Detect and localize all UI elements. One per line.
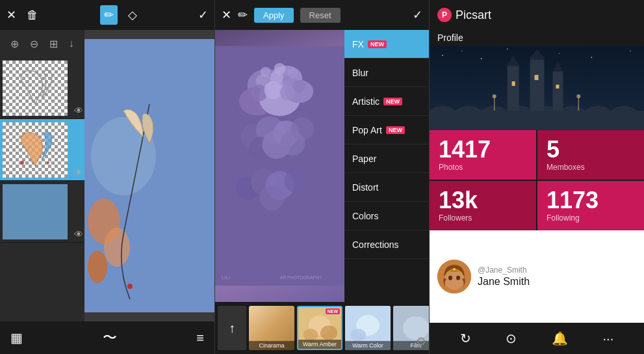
feather-color-svg <box>9 127 61 172</box>
memboxes-count: 5 <box>547 138 635 161</box>
filmstrip-item-warm-amber[interactable]: NEW Warm Amber <box>297 306 342 350</box>
svg-point-5 <box>104 228 130 267</box>
svg-rect-56 <box>508 65 519 111</box>
svg-rect-58 <box>530 59 545 111</box>
close-icon[interactable]: ✕ <box>222 8 231 22</box>
layer-row[interactable]: 👁 <box>0 57 84 119</box>
menu-item-blur[interactable]: Blur <box>344 59 429 87</box>
effects-panel: ✕ ✏ Apply Reset ✓ <box>214 0 429 354</box>
svg-point-34 <box>284 169 307 193</box>
reset-button[interactable]: Reset <box>300 8 341 23</box>
layer-row[interactable]: 👁 <box>0 119 84 181</box>
svg-point-51 <box>507 48 508 49</box>
svg-text:LILI: LILI <box>222 275 230 280</box>
panel1-toolbar: ✕ 🗑 ✏ ◇ ✓ <box>0 0 214 30</box>
svg-point-21 <box>261 67 271 77</box>
photos-count: 1417 <box>439 138 527 161</box>
picsart-logo: P Picsart <box>437 8 491 22</box>
layer-thumbnail <box>3 184 68 239</box>
upload-button[interactable]: ↑ <box>218 306 246 350</box>
svg-text:AR PHOTOGRAPHY: AR PHOTOGRAPHY <box>280 275 323 280</box>
layer-row[interactable]: 👁 <box>0 181 84 243</box>
check-icon[interactable]: ✓ <box>198 8 208 22</box>
layer-visibility-icon[interactable]: 👁 <box>74 167 83 178</box>
strip-label: Cinarama <box>249 341 294 350</box>
hydrangea-svg: LILI AR PHOTOGRAPHY <box>215 30 344 302</box>
layer-editor-panel: ✕ 🗑 ✏ ◇ ✓ ⊕ ⊖ ⊞ ↓ <box>0 0 214 354</box>
curve-icon[interactable]: 〜 <box>103 328 117 347</box>
picsart-header: P Picsart <box>430 0 644 30</box>
svg-rect-64 <box>556 85 559 88</box>
menu-item-colors[interactable]: Colors <box>344 202 429 230</box>
brush-icon[interactable]: ✏ <box>238 8 248 22</box>
menu-item-pop-art[interactable]: Pop Art NEW <box>344 116 429 144</box>
svg-point-54 <box>630 50 630 51</box>
layer-visibility-icon[interactable]: 👁 <box>74 229 83 239</box>
user-avatar <box>437 260 471 293</box>
duplicate-layer-icon[interactable]: ⊞ <box>49 38 58 50</box>
following-count: 1173 <box>547 189 635 212</box>
svg-point-50 <box>481 58 482 59</box>
layer-visibility-icon[interactable]: 👁 <box>74 105 83 116</box>
feather-sketch-svg <box>9 65 61 111</box>
svg-point-18 <box>264 81 283 100</box>
svg-point-52 <box>559 53 560 54</box>
svg-point-44 <box>350 329 366 342</box>
menu-item-artistic[interactable]: Artistic NEW <box>344 87 429 116</box>
menu-item-corrections[interactable]: Corrections <box>344 230 429 259</box>
eraser-icon[interactable]: ◇ <box>128 8 137 22</box>
svg-point-0 <box>20 161 24 165</box>
svg-rect-63 <box>535 75 539 80</box>
svg-point-7 <box>127 284 133 289</box>
castle-svg <box>430 46 644 130</box>
check-icon[interactable]: ✓ <box>413 8 422 22</box>
add-layer-icon[interactable]: ⊕ <box>10 38 19 50</box>
svg-rect-67 <box>515 62 518 66</box>
menu-item-fx[interactable]: FX NEW <box>344 30 429 59</box>
settings-icon[interactable]: ⚙ <box>416 334 426 349</box>
svg-point-53 <box>591 57 592 58</box>
more-icon[interactable]: ··· <box>603 331 614 346</box>
photos-label: Photos <box>439 163 527 172</box>
notifications-icon[interactable]: 🔔 <box>552 331 568 346</box>
download-layer-icon[interactable]: ↓ <box>69 38 74 49</box>
svg-rect-66 <box>511 62 514 66</box>
stats-grid: 1417 Photos 5 Memboxes 13k Followers 117… <box>430 130 644 230</box>
refresh-icon[interactable]: ↻ <box>460 331 471 346</box>
picsart-profile-panel: P Picsart Profile <box>429 0 644 354</box>
delete-icon[interactable]: 🗑 <box>27 8 38 22</box>
layer-thumbnail <box>3 61 68 116</box>
brush-icon[interactable]: ✏ <box>100 5 118 25</box>
apply-button[interactable]: Apply <box>254 8 294 23</box>
panel1-footer: ▦ 〜 ≡ <box>0 321 214 354</box>
svg-rect-69 <box>534 56 537 60</box>
panel2-toolbar: ✕ ✏ Apply Reset ✓ <box>215 0 429 30</box>
svg-point-41 <box>320 325 337 340</box>
search-icon[interactable]: ⊙ <box>506 331 517 346</box>
memboxes-label: Memboxes <box>547 163 635 172</box>
menu-item-distort[interactable]: Distort <box>344 173 429 202</box>
svg-point-78 <box>448 276 452 280</box>
color-picker-icon[interactable]: ▦ <box>10 330 23 346</box>
new-badge: NEW <box>386 126 405 134</box>
layers-icon[interactable]: ≡ <box>196 331 204 346</box>
layer-thumbnail <box>3 122 68 178</box>
layer-tools: ⊕ ⊖ ⊞ ↓ <box>0 30 84 57</box>
following-label: Following <box>547 213 635 223</box>
stat-tile-followers: 13k Followers <box>430 181 536 230</box>
svg-rect-68 <box>530 56 533 60</box>
menu-item-paper[interactable]: Paper <box>344 144 429 173</box>
filmstrip-item-cinarama[interactable]: Cinarama <box>249 306 294 350</box>
svg-point-35 <box>260 186 285 211</box>
effects-menu: FX NEW Blur Artistic NEW Pop Art NEW Pap… <box>344 30 429 302</box>
profile-user-row[interactable]: @Jane_Smith Jane Smith <box>430 230 644 323</box>
close-icon[interactable]: ✕ <box>6 8 16 22</box>
svg-point-20 <box>292 80 305 93</box>
svg-point-79 <box>456 276 460 280</box>
filmstrip-item-warm-color[interactable]: Warm Color <box>345 306 391 350</box>
section-title: Profile <box>430 30 644 46</box>
svg-rect-60 <box>552 72 563 111</box>
canvas-area[interactable] <box>84 30 214 321</box>
remove-layer-icon[interactable]: ⊖ <box>30 38 38 50</box>
followers-label: Followers <box>439 213 527 223</box>
